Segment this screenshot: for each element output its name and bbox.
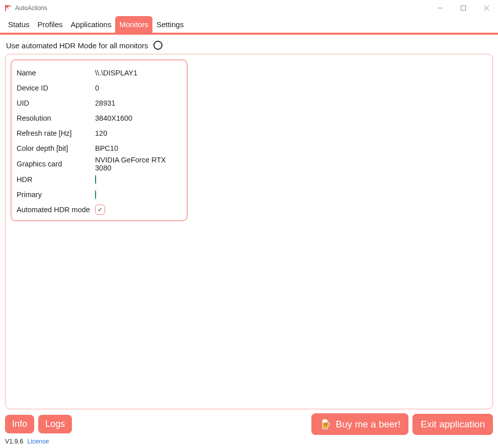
prop-value: 0 [95, 84, 182, 92]
maximize-button[interactable] [452, 0, 475, 16]
buy-beer-button[interactable]: 🍺Buy me a beer! [311, 413, 408, 435]
global-auto-hdr-label: Use automated HDR Mode for all monitors [6, 41, 148, 50]
prop-label: Name [17, 69, 95, 77]
logs-button[interactable]: Logs [38, 415, 72, 433]
tab-applications[interactable]: Applications [67, 16, 116, 33]
exit-button[interactable]: Exit application [412, 414, 493, 435]
prop-row: Refresh rate [Hz]120 [17, 126, 182, 141]
auto-hdr-checkbox[interactable]: ✓ [95, 205, 105, 215]
prop-value: 120 [95, 129, 182, 137]
buy-beer-label: Buy me a beer! [336, 419, 400, 429]
beer-icon: 🍺 [319, 419, 331, 429]
license-link[interactable]: License [27, 438, 49, 445]
prop-value: 3840X1600 [95, 114, 182, 122]
prop-row: Name\\.\DISPLAY1 [17, 65, 182, 80]
tab-settings[interactable]: Settings [152, 16, 188, 33]
prop-label: Resolution [17, 114, 95, 122]
monitors-panel: Name\\.\DISPLAY1 Device ID0 UID28931 Res… [5, 54, 493, 409]
prop-label: Automated HDR mode [17, 206, 95, 214]
monitor-card: Name\\.\DISPLAY1 Device ID0 UID28931 Res… [11, 59, 188, 221]
prop-value: BPC10 [95, 144, 182, 152]
window-title: AutoActions [15, 5, 429, 12]
tab-monitors[interactable]: Monitors [115, 16, 152, 33]
prop-row-hdr: HDR [17, 172, 182, 187]
prop-row: Color depth [bit]BPC10 [17, 141, 182, 156]
prop-value: \\.\DISPLAY1 [95, 69, 182, 77]
info-button[interactable]: Info [5, 415, 34, 433]
prop-value: 28931 [95, 99, 182, 107]
titlebar: AutoActions [0, 0, 498, 16]
bottom-bar: Info Logs 🍺Buy me a beer! Exit applicati… [0, 413, 498, 437]
version-label: V1.9.6 [5, 438, 23, 445]
prop-label: Primary [17, 191, 95, 199]
footer: V1.9.6 License [0, 437, 498, 448]
prop-label: HDR [17, 175, 95, 184]
prop-row: UID28931 [17, 96, 182, 111]
prop-label: Refresh rate [Hz] [17, 129, 95, 137]
prop-row: Resolution3840X1600 [17, 111, 182, 126]
svg-rect-1 [461, 6, 466, 11]
close-button[interactable] [475, 0, 498, 16]
global-auto-hdr-row: Use automated HDR Mode for all monitors [0, 35, 498, 54]
tab-status[interactable]: Status [4, 16, 34, 33]
prop-row-primary: Primary [17, 187, 182, 202]
prop-row: Device ID0 [17, 80, 182, 96]
minimize-button[interactable] [429, 0, 452, 16]
window-controls [429, 0, 498, 16]
prop-row-auto-hdr: Automated HDR mode✓ [17, 202, 182, 217]
prop-row: Graphics cardNVIDIA GeForce RTX 3080 [17, 156, 182, 172]
prop-label: Color depth [bit] [17, 144, 95, 152]
tab-profiles[interactable]: Profiles [34, 16, 67, 33]
app-icon [4, 4, 12, 12]
tab-bar: Status Profiles Applications Monitors Se… [0, 16, 498, 35]
primary-status-dot [95, 190, 96, 199]
prop-label: UID [17, 99, 95, 107]
prop-label: Graphics card [17, 160, 95, 168]
prop-label: Device ID [17, 84, 95, 92]
prop-value: NVIDIA GeForce RTX 3080 [95, 156, 182, 172]
hdr-status-dot [95, 175, 96, 184]
global-auto-hdr-toggle[interactable] [153, 41, 162, 50]
